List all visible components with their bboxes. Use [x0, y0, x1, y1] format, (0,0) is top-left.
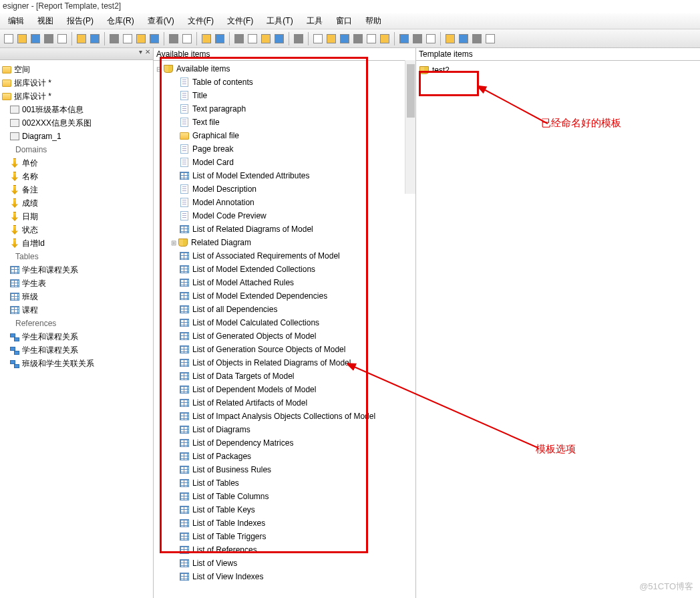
- available-item[interactable]: ⊞Related Diagram: [155, 236, 414, 249]
- available-item[interactable]: List of View Indexes: [155, 570, 414, 583]
- toolbar-t4-icon[interactable]: [339, 33, 351, 45]
- toolbar-g4-icon[interactable]: [458, 33, 470, 45]
- available-item[interactable]: Model Code Preview: [155, 209, 414, 222]
- available-item[interactable]: List of Objects in Related Diagrams of M…: [155, 356, 414, 369]
- available-item[interactable]: List of Generated Objects of Model: [155, 329, 414, 343]
- toolbar-open-icon[interactable]: [16, 33, 28, 45]
- available-item[interactable]: Table of contents: [155, 76, 414, 89]
- toolbar-print-icon[interactable]: [56, 33, 68, 45]
- menu-2[interactable]: 报告(P): [61, 14, 99, 28]
- available-item[interactable]: List of Associated Requirements of Model: [155, 249, 414, 263]
- available-item[interactable]: List of Model Extended Attributes: [155, 169, 414, 182]
- toolbar-run3-icon[interactable]: [260, 33, 272, 45]
- available-item[interactable]: Model Description: [155, 182, 414, 196]
- browser-item[interactable]: 班级: [1, 290, 152, 303]
- available-item[interactable]: List of Generation Source Objects of Mod…: [155, 343, 414, 356]
- available-item[interactable]: List of Model Extended Dependencies: [155, 289, 414, 303]
- available-item[interactable]: List of Dependency Matrices: [155, 436, 414, 450]
- browser-item[interactable]: 日期: [1, 210, 152, 223]
- menu-5[interactable]: 文件(F): [182, 14, 219, 28]
- available-item[interactable]: List of all Dependencies: [155, 303, 414, 316]
- browser-item[interactable]: 学生和课程关系: [1, 330, 152, 343]
- available-item[interactable]: List of Tables: [155, 476, 414, 490]
- available-item[interactable]: List of Model Extended Collections: [155, 263, 414, 276]
- toolbar-max-icon[interactable]: [484, 33, 496, 45]
- toolbar-replace-icon[interactable]: [200, 33, 212, 45]
- toolbar-wizard-icon[interactable]: [214, 33, 226, 45]
- available-item[interactable]: List of Business Rules: [155, 463, 414, 476]
- menu-6[interactable]: 文件(F): [222, 14, 258, 28]
- toolbar-saveall-icon[interactable]: [43, 33, 55, 45]
- toolbar-cut-icon[interactable]: [89, 33, 101, 45]
- available-item[interactable]: List of References: [155, 543, 414, 557]
- expand-icon[interactable]: ⊞: [170, 239, 178, 247]
- available-item[interactable]: List of Table Keys: [155, 503, 414, 516]
- toolbar-g5-icon[interactable]: [471, 33, 483, 45]
- available-item[interactable]: Title: [155, 89, 414, 102]
- scrollbar[interactable]: [405, 60, 415, 194]
- browser-item[interactable]: Tables: [1, 250, 152, 263]
- available-item[interactable]: Page break: [155, 142, 414, 156]
- menu-0[interactable]: 编辑: [3, 14, 29, 28]
- browser-item[interactable]: 班级和学生关联关系: [1, 357, 152, 370]
- toolbar-redo-icon[interactable]: [168, 33, 180, 45]
- browser-item[interactable]: 课程: [1, 303, 152, 317]
- available-item[interactable]: List of Impact Analysis Objects Collecti…: [155, 410, 414, 423]
- template-items-tree[interactable]: test2: [416, 61, 700, 80]
- browser-item[interactable]: 据库设计 *: [1, 76, 152, 90]
- browser-item[interactable]: 001班级基本信息: [1, 103, 152, 116]
- toolbar-left-icon[interactable]: [379, 33, 391, 45]
- available-item[interactable]: Text file: [155, 116, 414, 129]
- browser-item[interactable]: Domains: [1, 143, 152, 156]
- browser-item[interactable]: 备注: [1, 183, 152, 196]
- available-item[interactable]: Graphical file: [155, 129, 414, 142]
- toolbar-save-icon[interactable]: [29, 33, 41, 45]
- toolbar-props-icon[interactable]: [75, 33, 88, 45]
- browser-item[interactable]: 单价: [1, 156, 152, 170]
- browser-item[interactable]: 名称: [1, 170, 152, 183]
- menu-3[interactable]: 仓库(R): [102, 14, 140, 28]
- toolbar-compare-icon[interactable]: [273, 33, 285, 45]
- browser-item[interactable]: References: [1, 317, 152, 330]
- toolbar-find-icon[interactable]: [181, 33, 193, 45]
- toolbar-g2-icon[interactable]: [425, 33, 437, 45]
- toolbar-text-icon[interactable]: [352, 33, 364, 45]
- toolbar-t1-icon[interactable]: [293, 33, 305, 45]
- available-items-root[interactable]: ⊟Available items: [155, 62, 414, 76]
- browser-item[interactable]: 自增Id: [1, 237, 152, 250]
- available-item[interactable]: List of Diagrams: [155, 423, 414, 436]
- menu-1[interactable]: 视图: [32, 14, 59, 28]
- available-item[interactable]: List of Dependent Models of Model: [155, 383, 414, 396]
- available-item[interactable]: List of Table Columns: [155, 490, 414, 503]
- menu-8[interactable]: 工具: [301, 14, 328, 28]
- available-items-tree[interactable]: ⊟Available itemsTable of contentsTitleTe…: [154, 61, 415, 598]
- available-item[interactable]: List of Model Calculated Collections: [155, 316, 414, 329]
- menu-7[interactable]: 工具(T): [261, 14, 298, 28]
- toolbar-right-icon[interactable]: [398, 33, 410, 45]
- available-item[interactable]: List of Related Artifacts of Model: [155, 396, 414, 410]
- browser-item[interactable]: Diagram_1: [1, 130, 152, 143]
- available-item[interactable]: Text paragraph: [155, 102, 414, 116]
- close-panel-icon[interactable]: ✕: [144, 48, 152, 59]
- template-item[interactable]: test2: [419, 63, 697, 77]
- toolbar-undo-icon[interactable]: [148, 33, 160, 45]
- toolbar-delete-icon[interactable]: [135, 33, 147, 45]
- browser-item[interactable]: 学生和课程关系: [1, 343, 152, 357]
- toolbar-g3-icon[interactable]: [444, 33, 456, 45]
- toolbar-t2-icon[interactable]: [312, 33, 324, 45]
- toolbar-new-icon[interactable]: [3, 33, 15, 45]
- menu-4[interactable]: 查看(V): [142, 14, 180, 28]
- toolbar-t3-icon[interactable]: [325, 33, 337, 45]
- pin-icon[interactable]: ▾: [138, 48, 144, 59]
- browser-item[interactable]: 002XXX信息关系图: [1, 116, 152, 130]
- toolbar-copy-icon[interactable]: [108, 33, 120, 45]
- browser-tree[interactable]: 空间据库设计 *据库设计 *001班级基本信息002XXX信息关系图Diagra…: [0, 60, 153, 598]
- available-item[interactable]: List of Table Triggers: [155, 530, 414, 543]
- available-item[interactable]: Model Card: [155, 156, 414, 169]
- collapse-icon[interactable]: ⊟: [155, 65, 163, 73]
- toolbar-paste-icon[interactable]: [122, 33, 134, 45]
- menu-9[interactable]: 窗口: [331, 14, 357, 28]
- browser-item[interactable]: 学生和课程关系: [1, 263, 152, 277]
- available-item[interactable]: List of Model Attached Rules: [155, 276, 414, 289]
- browser-item[interactable]: 成绩: [1, 196, 152, 210]
